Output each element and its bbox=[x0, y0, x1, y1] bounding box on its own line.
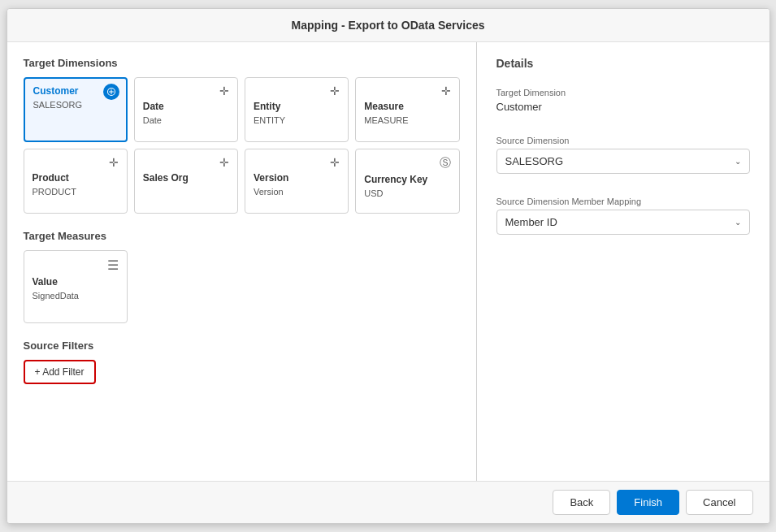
target-measures-section: Target Measures ☰ Value SignedData bbox=[24, 230, 460, 323]
add-filter-button[interactable]: + Add Filter bbox=[24, 360, 96, 384]
dimension-card-date[interactable]: ✛ Date Date bbox=[134, 77, 238, 142]
card-sub-customer: SALESORG bbox=[33, 100, 118, 110]
target-dimension-value: Customer bbox=[496, 101, 750, 113]
back-button[interactable]: Back bbox=[553, 490, 610, 515]
details-title: Details bbox=[496, 57, 750, 70]
chevron-down-icon: ⌄ bbox=[735, 157, 741, 166]
target-dimension-label: Target Dimension bbox=[496, 88, 750, 97]
card-sub-date: Date bbox=[143, 115, 229, 125]
target-dimensions-title: Target Dimensions bbox=[24, 57, 460, 69]
title-text: Mapping - Export to OData Services bbox=[291, 19, 484, 32]
card-sub-version: Version bbox=[254, 187, 340, 197]
target-dimensions-section: Target Dimensions Customer SALESORG ✛ Da… bbox=[24, 57, 460, 214]
dimension-cards-grid: Customer SALESORG ✛ Date Date ✛ Entity E… bbox=[24, 77, 460, 214]
card-sub-measure: MEASURE bbox=[364, 115, 450, 125]
card-sub-currencykey: USD bbox=[364, 188, 450, 198]
cancel-label: Cancel bbox=[703, 496, 735, 508]
dimension-card-product[interactable]: ✛ Product PRODUCT bbox=[24, 149, 128, 214]
measure-sub-value: SignedData bbox=[33, 291, 119, 301]
cancel-button[interactable]: Cancel bbox=[686, 490, 752, 515]
selected-icon bbox=[103, 84, 119, 100]
left-panel: Target Dimensions Customer SALESORG ✛ Da… bbox=[7, 42, 477, 481]
source-dimension-label: Source Dimension bbox=[496, 136, 750, 145]
right-panel: Details Target Dimension Customer Source… bbox=[477, 42, 769, 481]
mapping-chevron-down-icon: ⌄ bbox=[735, 218, 741, 227]
dimension-card-customer[interactable]: Customer SALESORG bbox=[24, 77, 128, 142]
dialog-body: Target Dimensions Customer SALESORG ✛ Da… bbox=[7, 42, 769, 481]
cross-icon-measure: ✛ bbox=[364, 84, 450, 97]
dimension-card-measure[interactable]: ✛ Measure MEASURE bbox=[355, 77, 459, 142]
target-measures-title: Target Measures bbox=[24, 230, 460, 242]
dialog-footer: Back Finish Cancel bbox=[7, 481, 769, 523]
source-dimension-dropdown-value: SALESORG bbox=[505, 155, 564, 167]
measure-name-value: Value bbox=[33, 276, 119, 288]
back-label: Back bbox=[570, 496, 593, 508]
dollar-icon-currencykey: Ⓢ bbox=[364, 156, 450, 171]
finish-label: Finish bbox=[634, 496, 662, 508]
source-filters-title: Source Filters bbox=[24, 340, 460, 352]
cross-icon-version: ✛ bbox=[254, 156, 340, 169]
source-dimension-group: Source Dimension SALESORG ⌄ bbox=[496, 136, 750, 174]
measure-card-value[interactable]: ☰ Value SignedData bbox=[24, 250, 128, 323]
card-name-measure: Measure bbox=[364, 101, 450, 112]
card-name-date: Date bbox=[143, 101, 229, 112]
measure-cards-grid: ☰ Value SignedData bbox=[24, 250, 460, 323]
source-mapping-dropdown[interactable]: Member ID ⌄ bbox=[496, 210, 750, 235]
card-name-currencykey: Currency Key bbox=[364, 174, 450, 185]
card-sub-entity: ENTITY bbox=[254, 115, 340, 125]
dimension-card-salesorg[interactable]: ✛ Sales Org bbox=[134, 149, 238, 214]
source-dimension-dropdown[interactable]: SALESORG ⌄ bbox=[496, 149, 750, 174]
add-filter-label: + Add Filter bbox=[35, 366, 85, 378]
source-mapping-dropdown-value: Member ID bbox=[505, 216, 557, 228]
measure-icon-value: ☰ bbox=[33, 257, 119, 273]
dimension-card-currencykey[interactable]: Ⓢ Currency Key USD bbox=[355, 149, 459, 214]
cross-icon-entity: ✛ bbox=[254, 84, 340, 97]
mapping-dialog: Mapping - Export to OData Services Targe… bbox=[7, 8, 770, 524]
target-dimension-group: Target Dimension Customer bbox=[496, 88, 750, 113]
cross-icon-salesorg: ✛ bbox=[143, 156, 229, 169]
dialog-title: Mapping - Export to OData Services bbox=[7, 9, 769, 42]
cross-icon-product: ✛ bbox=[33, 156, 119, 169]
finish-button[interactable]: Finish bbox=[617, 490, 679, 515]
source-mapping-group: Source Dimension Member Mapping Member I… bbox=[496, 197, 750, 235]
cross-icon-date: ✛ bbox=[143, 84, 229, 97]
card-name-entity: Entity bbox=[254, 101, 340, 112]
source-filters-section: Source Filters + Add Filter bbox=[24, 340, 460, 384]
card-sub-product: PRODUCT bbox=[33, 187, 119, 197]
card-name-product: Product bbox=[33, 172, 119, 184]
card-name-salesorg: Sales Org bbox=[143, 172, 229, 184]
dimension-card-version[interactable]: ✛ Version Version bbox=[245, 149, 349, 214]
dimension-card-entity[interactable]: ✛ Entity ENTITY bbox=[245, 77, 349, 142]
card-name-version: Version bbox=[254, 172, 340, 184]
source-mapping-label: Source Dimension Member Mapping bbox=[496, 197, 750, 206]
